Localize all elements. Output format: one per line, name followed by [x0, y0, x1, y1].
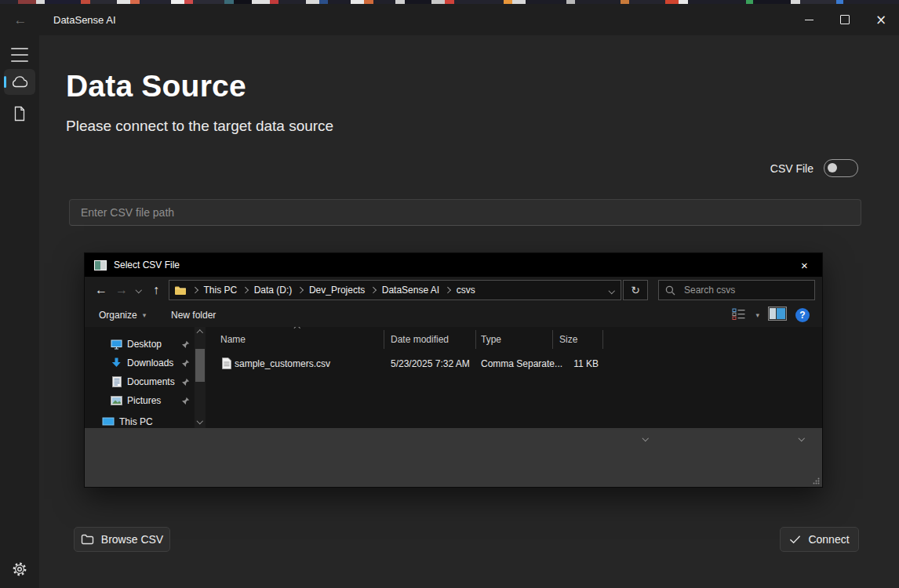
pictures-icon: [111, 396, 122, 405]
refresh-icon: ↻: [631, 284, 640, 296]
resize-grip[interactable]: [813, 477, 820, 485]
breadcrumb-separator-icon: [242, 287, 249, 293]
file-name-dropdown-icon[interactable]: [642, 435, 649, 441]
file-type-dropdown-icon: [799, 435, 805, 441]
details-view-icon: [731, 307, 747, 320]
breadcrumb-separator-icon: [297, 287, 304, 293]
breadcrumb-item[interactable]: This PC: [204, 285, 238, 296]
nav-item-desktop[interactable]: Desktop: [85, 335, 195, 354]
file-date-modified: 5/23/2025 7:32 AM: [391, 355, 470, 372]
menu-button[interactable]: [11, 46, 28, 64]
desktop-icon: [111, 339, 122, 350]
pin-icon: [181, 397, 190, 405]
csv-path-input[interactable]: [69, 199, 861, 226]
toggle-knob: [828, 163, 837, 172]
back-icon: ←: [95, 283, 107, 297]
documents-icon: [112, 376, 122, 387]
file-size: 11 KB: [535, 355, 599, 372]
navigation-pane: Desktop Downloads Documents: [85, 327, 195, 428]
nav-item-downloads[interactable]: Downloads: [85, 354, 195, 372]
page-subtitle: Please connect to the target data source: [66, 118, 333, 135]
dialog-toolbar: Organize ▾ New folder ▾: [85, 303, 822, 327]
new-folder-button[interactable]: New folder: [171, 303, 216, 327]
app-titlebar: ← DataSense AI ×: [0, 4, 899, 35]
nav-pane-scrollbar[interactable]: [195, 327, 206, 428]
column-header-type[interactable]: Type: [481, 330, 501, 349]
forward-icon: →: [115, 283, 128, 297]
close-icon: ×: [875, 13, 886, 27]
settings-button[interactable]: [11, 561, 28, 578]
document-icon: [13, 106, 26, 122]
back-button[interactable]: ←: [9, 10, 31, 31]
sidebar-item-report[interactable]: [4, 100, 35, 126]
breadcrumb-item[interactable]: Data (D:): [254, 285, 293, 296]
connect-button[interactable]: Connect: [780, 527, 859, 552]
up-icon: ↑: [153, 283, 159, 297]
breadcrumb-item[interactable]: csvs: [457, 285, 475, 296]
sidebar-item-datasource[interactable]: [4, 69, 35, 95]
pin-icon: [181, 340, 190, 349]
search-icon: [665, 285, 675, 296]
search-input[interactable]: [682, 284, 808, 296]
window-controls: ×: [791, 4, 899, 35]
preview-pane-icon: [768, 307, 787, 321]
select-csv-file-dialog: Select CSV File × ← → ↑ This PC Data (D:…: [84, 252, 823, 488]
folder-icon: [81, 534, 94, 545]
toolbar-right-icons: ▾ ?: [731, 303, 810, 327]
browse-csv-button[interactable]: Browse CSV: [74, 527, 170, 552]
address-dropdown-icon[interactable]: [608, 288, 614, 294]
close-button[interactable]: ×: [863, 4, 899, 35]
file-name[interactable]: sample_customers.csv: [235, 355, 330, 372]
address-bar[interactable]: This PC Data (D:) Dev_Projects DataSense…: [169, 280, 621, 300]
this-pc-icon: [102, 417, 115, 427]
nav-back-button[interactable]: ←: [91, 280, 111, 300]
file-list: Name Date modified Type Size sample_cust…: [206, 327, 822, 428]
folder-icon: [174, 285, 187, 296]
breadcrumb-item[interactable]: DataSense AI: [382, 285, 439, 296]
csv-file-icon: [222, 358, 231, 369]
scroll-up-icon[interactable]: [197, 330, 203, 336]
sort-ascending-icon: [294, 327, 300, 332]
organize-menu[interactable]: Organize ▾: [99, 303, 146, 327]
back-icon: ←: [14, 13, 27, 28]
column-header-date-modified[interactable]: Date modified: [391, 330, 449, 349]
help-button[interactable]: ?: [795, 308, 810, 322]
dialog-title: Select CSV File: [114, 253, 180, 277]
refresh-button[interactable]: ↻: [623, 280, 648, 300]
nav-history-button[interactable]: [132, 280, 146, 300]
breadcrumb-separator-icon: [370, 287, 377, 293]
dialog-close-button[interactable]: ×: [787, 253, 822, 277]
nav-item-this-pc[interactable]: This PC: [85, 412, 195, 428]
csv-file-toggle[interactable]: [824, 159, 858, 177]
column-header-size[interactable]: Size: [559, 330, 577, 349]
breadcrumb-item[interactable]: Dev_Projects: [309, 285, 365, 296]
nav-item-documents[interactable]: Documents: [85, 372, 195, 391]
dialog-content: Desktop Downloads Documents: [85, 327, 822, 428]
chevron-down-icon: [136, 287, 142, 293]
breadcrumb-separator-icon: [192, 287, 198, 293]
page-title: Data Source: [66, 69, 246, 103]
nav-forward-button[interactable]: →: [111, 280, 132, 300]
dialog-nav-buttons: ← → ↑: [91, 277, 166, 303]
downloads-icon: [111, 358, 122, 368]
scrollbar-thumb[interactable]: [195, 349, 205, 382]
help-icon: ?: [799, 310, 805, 321]
nav-item-pictures[interactable]: Pictures: [85, 391, 195, 410]
views-dropdown-icon[interactable]: ▾: [755, 311, 759, 319]
pin-icon: [181, 378, 190, 387]
chevron-down-icon: ▾: [143, 311, 147, 319]
dialog-titlebar[interactable]: Select CSV File ×: [85, 253, 822, 277]
hamburger-icon: [11, 48, 28, 49]
preview-pane-button[interactable]: [768, 307, 787, 324]
app-title: DataSense AI: [53, 4, 116, 35]
pin-icon: [181, 359, 190, 368]
cloud-icon: [11, 76, 28, 88]
maximize-button[interactable]: [827, 4, 863, 35]
column-header-name[interactable]: Name: [220, 330, 246, 349]
search-box[interactable]: [658, 280, 815, 300]
nav-up-button[interactable]: ↑: [146, 280, 166, 300]
scroll-down-icon[interactable]: [197, 418, 203, 424]
minimize-button[interactable]: [791, 4, 827, 35]
breadcrumb-separator-icon: [445, 287, 451, 293]
details-view-button[interactable]: [731, 307, 747, 323]
